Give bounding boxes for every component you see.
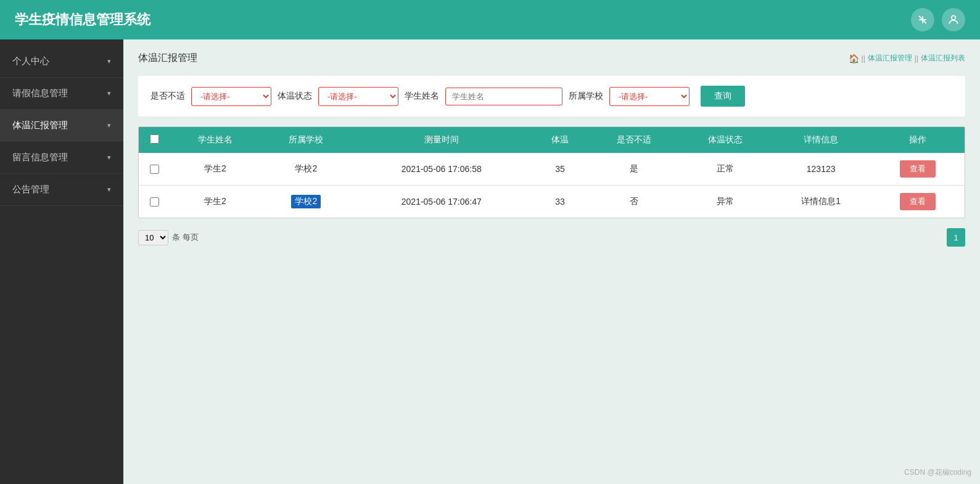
table-row: 学生2 学校2 2021-05-06 17:06:58 35 是 正常 1231… <box>139 153 965 186</box>
settings-icon-btn[interactable] <box>911 8 934 31</box>
uncomfortable-select[interactable]: -请选择- 是 否 <box>191 87 271 106</box>
per-page-label: 条 每页 <box>172 232 199 243</box>
cell-temp-status: 异常 <box>680 186 771 218</box>
cell-school: 学校2 <box>261 153 352 186</box>
cell-action: 查看 <box>871 153 965 186</box>
col-student-name: 学生姓名 <box>170 127 261 153</box>
col-temp-status: 体温状态 <box>680 127 771 153</box>
view-button[interactable]: 查看 <box>900 193 936 210</box>
cell-time: 2021-05-06 17:06:47 <box>352 186 531 218</box>
app-title: 学生疫情信息管理系统 <box>15 10 150 29</box>
home-icon: 🏠 <box>849 54 859 64</box>
sidebar: 个人中心 ▾ 请假信息管理 ▾ 体温汇报管理 ▾ 留言信息管理 ▾ 公告管理 ▾ <box>0 39 123 484</box>
cell-action: 查看 <box>871 186 965 218</box>
cell-time: 2021-05-06 17:06:58 <box>352 153 531 186</box>
chevron-down-icon: ▾ <box>107 89 111 97</box>
per-page-select[interactable]: 10 20 50 <box>138 230 168 245</box>
query-button[interactable]: 查询 <box>701 86 745 107</box>
temp-status-select[interactable]: -请选择- 正常 异常 <box>318 87 398 106</box>
sidebar-item-temperature[interactable]: 体温汇报管理 ▾ <box>0 110 123 142</box>
filter-label-uncomfortable: 是否不适 <box>150 91 185 102</box>
filter-label-student-name: 学生姓名 <box>405 91 439 102</box>
breadcrumb-sep1: || <box>862 54 865 63</box>
page-1-button[interactable]: 1 <box>947 228 965 247</box>
watermark: CSDN @花椒coding <box>904 467 971 478</box>
filter-bar: 是否不适 -请选择- 是 否 体温状态 -请选择- 正常 异常 学生姓名 所属学… <box>138 76 965 117</box>
cell-detail: 123123 <box>771 153 871 186</box>
cell-uncomfortable: 是 <box>589 153 680 186</box>
row-checkbox[interactable] <box>150 165 159 174</box>
cell-school: 学校2 <box>261 186 352 218</box>
cell-detail: 详情信息1 <box>771 186 871 218</box>
data-table: 学生姓名 所属学校 测量时间 体温 是否不适 体温状态 详情信息 操作 学生2 <box>138 126 965 218</box>
view-button[interactable]: 查看 <box>900 160 936 178</box>
sidebar-item-temperature-label: 体温汇报管理 <box>12 120 68 131</box>
breadcrumb-link1[interactable]: 体温汇报管理 <box>868 53 912 64</box>
cell-student: 学生2 <box>170 153 261 186</box>
sidebar-item-personal[interactable]: 个人中心 ▾ <box>0 46 123 78</box>
col-temp: 体温 <box>531 127 588 153</box>
col-detail: 详情信息 <box>771 127 871 153</box>
breadcrumb-sep2: || <box>915 54 918 63</box>
row-checkbox[interactable] <box>150 197 159 207</box>
table-row: 学生2 学校2 2021-05-06 17:06:47 33 否 异常 详情信息… <box>139 186 965 218</box>
col-school: 所属学校 <box>261 127 352 153</box>
chevron-down-icon: ▾ <box>107 154 111 162</box>
breadcrumb-bar: 体温汇报管理 🏠 || 体温汇报管理 || 体温汇报列表 <box>138 52 965 65</box>
col-time: 测量时间 <box>352 127 531 153</box>
breadcrumb-current: 体温汇报列表 <box>921 53 965 64</box>
pagination-bar: 10 20 50 条 每页 1 <box>138 226 965 249</box>
filter-label-school: 所属学校 <box>569 91 603 102</box>
sidebar-item-personal-label: 个人中心 <box>12 55 49 67</box>
chevron-down-icon: ▾ <box>107 121 111 129</box>
sidebar-item-leave-label: 请假信息管理 <box>12 88 68 99</box>
page-title: 体温汇报管理 <box>138 52 197 65</box>
sidebar-item-notice-label: 公告管理 <box>12 184 49 195</box>
cell-temp-status: 正常 <box>680 153 771 186</box>
cell-uncomfortable: 否 <box>589 186 680 218</box>
school-highlight: 学校2 <box>291 195 321 208</box>
header: 学生疫情信息管理系统 <box>0 0 980 39</box>
layout: 个人中心 ▾ 请假信息管理 ▾ 体温汇报管理 ▾ 留言信息管理 ▾ 公告管理 ▾… <box>0 39 980 484</box>
breadcrumb: 🏠 || 体温汇报管理 || 体温汇报列表 <box>849 53 965 64</box>
chevron-down-icon: ▾ <box>107 57 111 65</box>
header-icons <box>911 8 965 31</box>
main-content: 体温汇报管理 🏠 || 体温汇报管理 || 体温汇报列表 是否不适 -请选择- … <box>123 39 980 484</box>
sidebar-item-message[interactable]: 留言信息管理 ▾ <box>0 142 123 174</box>
filter-label-temp-status: 体温状态 <box>278 91 312 102</box>
cell-temp: 35 <box>531 153 588 186</box>
user-icon-btn[interactable] <box>942 8 965 31</box>
sidebar-item-message-label: 留言信息管理 <box>12 152 68 163</box>
sidebar-item-notice[interactable]: 公告管理 ▾ <box>0 174 123 206</box>
cell-student: 学生2 <box>170 186 261 218</box>
chevron-down-icon: ▾ <box>107 186 111 194</box>
cell-temp: 33 <box>531 186 588 218</box>
student-name-input[interactable] <box>445 88 562 105</box>
select-all-checkbox[interactable] <box>150 134 159 144</box>
school-select[interactable]: -请选择- 学校2 <box>609 87 690 106</box>
sidebar-item-leave[interactable]: 请假信息管理 ▾ <box>0 78 123 110</box>
svg-point-3 <box>952 15 956 20</box>
col-uncomfortable: 是否不适 <box>589 127 680 153</box>
col-action: 操作 <box>871 127 965 153</box>
